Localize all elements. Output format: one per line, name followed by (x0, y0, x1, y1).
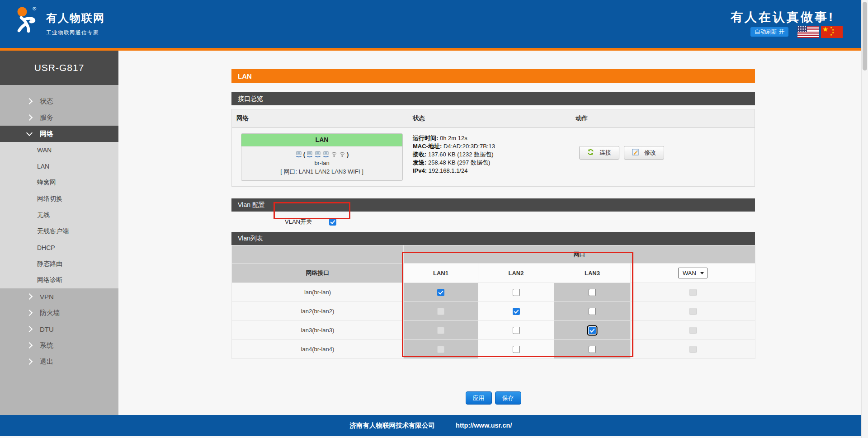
sidebar-item-label: 网络 (40, 130, 53, 138)
vlan-cell (631, 321, 755, 340)
vlan-port-group-spacer (232, 245, 404, 264)
interface-ports-label: [ 网口: LAN1 LAN2 LAN3 WIFI ] (243, 167, 401, 176)
vlan-port-checkbox-disabled (689, 346, 697, 353)
ethernet-port-icon (314, 151, 321, 158)
vlan-col-lan2: LAN2 (478, 264, 554, 283)
edit-icon (632, 149, 639, 157)
vlan-port-checkbox-unchecked[interactable] (589, 289, 596, 296)
vlan-col-lan3: LAN3 (554, 264, 631, 283)
device-model-title: USR-G817 (0, 51, 118, 85)
vlan-port-checkbox-disabled (689, 308, 697, 315)
interface-overview-table: 网络 状态 动作 LAN ( (231, 109, 755, 187)
sidebar-item-status[interactable]: 状态 (0, 93, 118, 109)
sidebar-item-label: 无线 (37, 211, 50, 219)
auto-refresh-toggle[interactable]: 自动刷新 开 (750, 27, 788, 37)
sidebar-item-cellular[interactable]: 蜂窝网 (0, 174, 118, 191)
us-flag-language-switch[interactable] (797, 26, 819, 38)
wan-select-dropdown[interactable]: WAN (678, 268, 708, 278)
sidebar-item-wireless-client[interactable]: 无线客户端 (0, 223, 118, 240)
top-header: ® 有人物联网 工业物联网通信专家 有人在认真做事! 自动刷新 开 ★ ★ ★ … (0, 0, 862, 51)
sidebar-item-label: 网络诊断 (37, 276, 62, 284)
vlan-cell (478, 340, 554, 359)
sidebar-item-label: 状态 (40, 97, 53, 106)
vlan-cell (631, 302, 755, 321)
ethernet-port-icon (322, 151, 330, 158)
save-button[interactable]: 保存 (495, 391, 521, 405)
vlan-table-row: lan3(br-lan3) (232, 321, 755, 340)
sidebar: USR-G817 状态服务网络WANLAN蜂窝网网络切换无线无线客户端DHCP静… (0, 51, 118, 415)
usr-person-logo-icon: ® (10, 5, 40, 36)
sidebar-item-logout[interactable]: 退出 (0, 353, 118, 370)
vlan-col-lan1: LAN1 (404, 264, 478, 283)
connect-button-label: 连接 (599, 149, 611, 157)
vlan-switch-checkbox[interactable] (329, 218, 336, 226)
vlan-port-checkbox-checked[interactable] (437, 289, 444, 296)
main-content: LAN 接口总览 网络 状态 动作 LAN ( (231, 69, 755, 405)
sidebar-item-label: LAN (37, 163, 49, 170)
scrollbar-thumb[interactable] (863, 2, 867, 71)
vlan-col-interface: 网络接口 (232, 264, 404, 283)
sidebar-item-services[interactable]: 服务 (0, 109, 118, 126)
sidebar-item-net-diagnosis[interactable]: 网络诊断 (0, 272, 118, 288)
vlan-port-checkbox-disabled (437, 346, 444, 353)
svg-text:®: ® (33, 6, 36, 11)
brand-logo: ® 有人物联网 工业物联网通信专家 (10, 5, 105, 36)
sidebar-item-firewall[interactable]: 防火墙 (0, 305, 118, 321)
vlan-port-checkbox-unchecked[interactable] (513, 346, 520, 353)
vlan-table-row: lan2(br-lan2) (232, 302, 755, 321)
modify-button[interactable]: 修改 (624, 146, 664, 160)
chevron-right-icon (26, 293, 33, 300)
sidebar-item-system[interactable]: 系统 (0, 337, 118, 353)
vlan-port-checkbox-disabled (437, 308, 444, 315)
form-buttons: 应用 保存 (231, 391, 755, 405)
vlan-cell (478, 321, 554, 340)
vlan-cell (478, 302, 554, 321)
chevron-right-icon (26, 98, 33, 104)
vlan-port-checkbox-unchecked[interactable] (589, 346, 596, 353)
sidebar-menu: 状态服务网络WANLAN蜂窝网网络切换无线无线客户端DHCP静态路由网络诊断VP… (0, 85, 118, 370)
sidebar-item-lan[interactable]: LAN (0, 158, 118, 174)
paren: ( (303, 150, 305, 159)
vlan-cell (554, 340, 631, 359)
sidebar-item-network-switch[interactable]: 网络切换 (0, 191, 118, 207)
footer-url-link[interactable]: http://www.usr.cn/ (456, 422, 512, 429)
section-title-vlan-list: Vlan列表 (231, 232, 755, 245)
sidebar-item-static-route[interactable]: 静态路由 (0, 256, 118, 272)
vlan-cell (404, 302, 478, 321)
connect-button[interactable]: 连接 (579, 146, 619, 160)
vlan-port-checkbox-unchecked[interactable] (589, 308, 596, 315)
interface-icons: ( ) (243, 150, 401, 159)
overview-col-status: 状态 (413, 114, 576, 122)
overview-col-network: 网络 (232, 114, 413, 122)
vlan-port-checkbox-unchecked[interactable] (513, 327, 520, 334)
sidebar-item-vpn[interactable]: VPN (0, 288, 118, 305)
sidebar-item-label: 服务 (40, 113, 53, 122)
sidebar-item-wan[interactable]: WAN (0, 142, 118, 158)
chevron-right-icon (26, 342, 33, 349)
vlan-table-row: lan(br-lan) (232, 283, 755, 302)
chevron-right-icon (26, 310, 33, 316)
vlan-interface-name: lan3(br-lan3) (232, 321, 404, 340)
page-title: LAN (231, 69, 755, 83)
paren: ) (347, 150, 349, 159)
sidebar-item-label: VPN (40, 293, 54, 301)
cn-flag-star-icon: ★ (822, 26, 828, 33)
vlan-port-checkbox-checked-focus[interactable] (589, 327, 596, 334)
vlan-port-group-row: 网口 (232, 245, 755, 264)
sidebar-item-dtu[interactable]: DTU (0, 321, 118, 337)
vlan-cell (478, 283, 554, 302)
sidebar-item-network[interactable]: 网络 (0, 126, 118, 142)
vlan-cell (554, 321, 631, 340)
cn-flag-language-switch[interactable]: ★ ★ ★ ★ ★ (821, 26, 843, 38)
chevron-right-icon (26, 358, 33, 365)
apply-button[interactable]: 应用 (466, 391, 492, 405)
vlan-switch-row: VLAN开关 (231, 212, 755, 232)
sidebar-item-dhcp[interactable]: DHCP (0, 240, 118, 256)
sidebar-item-label: 防火墙 (40, 309, 60, 317)
vertical-scrollbar[interactable] (861, 0, 868, 438)
vlan-port-checkbox-unchecked[interactable] (513, 289, 520, 296)
sidebar-item-wireless[interactable]: 无线 (0, 207, 118, 223)
vlan-cell (404, 340, 478, 359)
vlan-port-checkbox-checked[interactable] (513, 308, 520, 315)
interface-device: br-lan (243, 159, 401, 167)
